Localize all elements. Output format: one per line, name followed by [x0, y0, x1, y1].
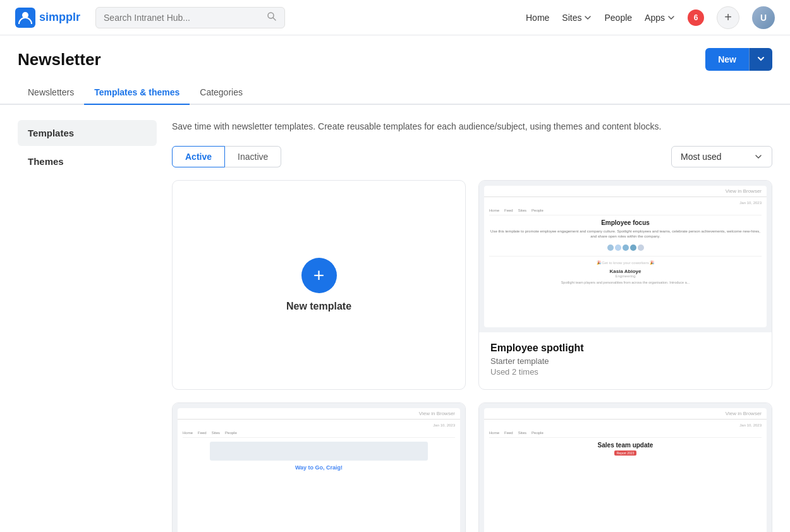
tabs: Newsletters Templates & themes Categorie… [0, 81, 790, 105]
card-preview-employee-spotlight: View in Browser Jan 10, 2023 Home Feed S… [479, 181, 772, 332]
main-content: Templates Themes Save time with newslett… [0, 105, 790, 532]
nav-home[interactable]: Home [526, 13, 549, 23]
add-button[interactable]: + [717, 6, 739, 29]
nav-people[interactable]: People [604, 13, 632, 23]
tab-categories[interactable]: Categories [190, 81, 253, 105]
tab-templates-themes[interactable]: Templates & themes [84, 81, 190, 105]
filter-tab-active[interactable]: Active [172, 146, 225, 167]
card-preview-congrats: View in Browser Jan 10, 2023 Home Feed S… [173, 403, 465, 532]
description: Save time with newsletter templates. Cre… [172, 120, 772, 133]
filter-tab-inactive[interactable]: Inactive [225, 146, 281, 167]
mock-nav-2: Home Feed Sites People [183, 431, 455, 438]
mock-employee-focus-title: Employee focus [489, 219, 762, 226]
sort-select[interactable]: Most used [671, 146, 772, 167]
mock-nav-3: Home Feed Sites People [489, 431, 762, 438]
page-title: Newsletter [18, 50, 101, 70]
browser-toolbar: View in Browser [484, 186, 767, 197]
nav-links: Home Sites People Apps 6 + U [526, 6, 775, 29]
card-meta: Used 2 times [490, 367, 760, 377]
nav-apps[interactable]: Apps [645, 13, 675, 23]
avatar[interactable]: U [752, 6, 775, 29]
new-button-caret[interactable] [749, 48, 772, 71]
notification-badge[interactable]: 6 [688, 9, 704, 26]
mock-employee-focus-text: Use this template to promote employee en… [489, 229, 762, 239]
new-button-main[interactable]: New [705, 48, 749, 71]
template-grid: + New template View in Browser Jan 10, 2… [172, 180, 772, 532]
sidebar-item-themes[interactable]: Themes [18, 148, 157, 174]
card-preview-sales: View in Browser Jan 10, 2023 Home Feed S… [479, 403, 772, 532]
search-icon [267, 11, 277, 24]
filter-bar: Active Inactive Most used [172, 146, 772, 167]
page-header: Newsletter New [0, 35, 790, 71]
card-body-employee-spotlight: Employee spotlight Starter template Used… [479, 332, 772, 387]
navbar: simpplr Home Sites People Apps 6 + U [0, 0, 790, 35]
filter-tabs: Active Inactive [172, 146, 281, 167]
template-card-sales[interactable]: View in Browser Jan 10, 2023 Home Feed S… [478, 402, 772, 532]
card-subtitle: Starter template [490, 356, 760, 366]
sidebar: Templates Themes [18, 120, 157, 532]
tab-newsletters[interactable]: Newsletters [18, 81, 84, 105]
browser-body-2: Jan 10, 2023 Home Feed Sites People Way … [178, 420, 460, 532]
mock-header-image [210, 442, 428, 461]
mock-nav: Home Feed Sites People [489, 209, 762, 215]
template-card-employee-spotlight[interactable]: View in Browser Jan 10, 2023 Home Feed S… [478, 180, 772, 390]
sidebar-item-templates[interactable]: Templates [18, 120, 157, 146]
mock-avatars [489, 245, 762, 251]
right-panel: Save time with newsletter templates. Cre… [172, 120, 772, 532]
browser-toolbar-3: View in Browser [484, 408, 767, 420]
svg-line-3 [273, 18, 276, 20]
new-template-label: New template [286, 301, 351, 312]
browser-body: Jan 10, 2023 Home Feed Sites People Empl… [484, 197, 767, 327]
browser-toolbar-2: View in Browser [178, 408, 460, 420]
template-card-congrats[interactable]: View in Browser Jan 10, 2023 Home Feed S… [172, 402, 466, 532]
add-template-icon: + [301, 258, 337, 293]
mock-date: Jan 10, 2023 [489, 201, 762, 205]
new-template-card[interactable]: + New template [172, 180, 466, 390]
logo[interactable]: simpplr [15, 8, 80, 28]
search-bar[interactable] [95, 7, 285, 28]
new-button-group: New [705, 48, 772, 71]
browser-body-3: Jan 10, 2023 Home Feed Sites People Sale… [484, 420, 767, 532]
chevron-down-icon [754, 152, 763, 161]
search-input[interactable] [104, 13, 262, 23]
nav-sites[interactable]: Sites [562, 13, 592, 23]
avatar-initials: U [752, 6, 775, 29]
card-title: Employee spotlight [490, 342, 760, 354]
